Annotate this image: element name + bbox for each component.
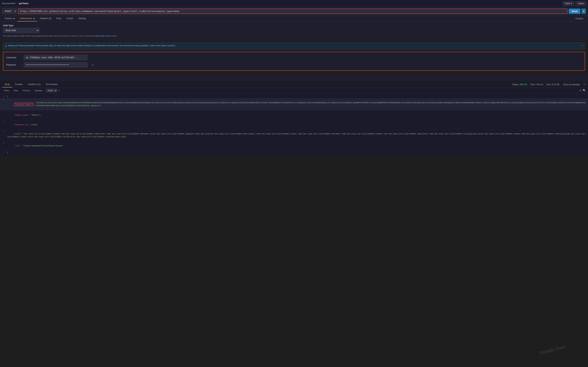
tab-headers[interactable]: Headers (9)	[37, 16, 54, 22]
cookies-button[interactable]: Cookies	[573, 16, 586, 21]
send-label: Send	[571, 10, 577, 13]
share-label: Share	[578, 2, 584, 5]
breadcrumb: DocumentInfo > getToken	[2, 2, 28, 5]
save-button[interactable]: Save ▾	[563, 1, 574, 6]
save-label: Save	[565, 2, 570, 5]
params-dot	[14, 18, 15, 19]
format-type-select[interactable]: JSON	[46, 89, 57, 92]
code-line-2: 2 "access_token": "eyJhbGciOiJSUzI1NiIsI…	[0, 98, 588, 110]
info-banner: ℹ Heads up! These parameters hold sensit…	[3, 42, 585, 50]
response-tabs-row: Body Cookies Headers (11) Test Results S…	[0, 82, 588, 88]
app-name: DocumentInfo	[2, 2, 16, 5]
access-token-key: "access_token"	[14, 103, 33, 106]
variables-link[interactable]: variables	[167, 44, 175, 47]
tab-settings[interactable]: Settings	[76, 16, 89, 22]
auth-dot	[34, 18, 35, 19]
save-arrow-icon: ▾	[571, 2, 572, 5]
send-dropdown-icon: ▾	[583, 10, 584, 13]
watermark: Partially Duan	[539, 344, 566, 356]
response-tab-headers[interactable]: Headers (11)	[25, 82, 43, 87]
code-area: 1 { 2 "access_token": "eyJhbGciOiJSUzI1N…	[0, 94, 588, 156]
status-value: 200 OK	[520, 83, 527, 86]
request-bar: POST Send ▾	[0, 7, 588, 16]
password-row: Password ⚠	[6, 62, 582, 67]
time-label: Time: 754 ms	[530, 83, 543, 86]
time-value: 754 ms	[536, 83, 543, 86]
info-icon: ℹ	[6, 45, 7, 48]
share-button[interactable]: Share	[576, 1, 586, 6]
code-line-6: 6 "jti": "37da3c7ae0e6487f91cbfab2e7420c…	[0, 141, 588, 151]
credentials-form: Username Password ⚠	[3, 52, 585, 71]
response-status: Status: 200 OK Time: 754 ms Size: 6.11 K…	[512, 83, 586, 86]
search-response-icon[interactable]: 🔍	[583, 89, 586, 92]
banner-text: Heads up! These parameters hold sensitiv…	[8, 44, 176, 47]
size-label: Size: 6.11 KB	[546, 83, 560, 86]
cookies-label: Cookies	[575, 17, 583, 20]
code-line-1: 1 {	[0, 95, 588, 98]
tab-params[interactable]: Params	[2, 16, 17, 22]
response-tab-cookies[interactable]: Cookies	[12, 82, 25, 87]
auth-section: Auth Type Basic Auth The authorization h…	[0, 22, 588, 40]
username-row: Username	[6, 55, 582, 60]
tab-authorization[interactable]: Authorization	[17, 16, 37, 22]
tab-body[interactable]: Body	[54, 16, 64, 22]
tab-scripts[interactable]: Scripts	[64, 16, 76, 22]
top-bar: DocumentInfo > getToken Save ▾ Share	[0, 0, 588, 7]
code-line-5: 5 "scope": "dox-xsaa-std-trial!b10844.sc…	[0, 130, 588, 141]
size-value: 6.11 KB	[552, 83, 560, 86]
copy-icon[interactable]: ⧉	[580, 89, 581, 92]
warning-icon: ⚠	[92, 63, 94, 66]
url-input[interactable]	[18, 8, 568, 14]
response-tab-test-results[interactable]: Test Results	[43, 82, 60, 87]
format-tab-pretty[interactable]: Pretty	[2, 89, 11, 92]
top-bar-actions: Save ▾ Share	[563, 1, 586, 6]
code-line-7: 7 }	[0, 151, 588, 154]
auth-type-select[interactable]: Basic Auth	[3, 28, 39, 33]
more-options-icon[interactable]: •••	[583, 83, 586, 86]
format-tabs: Pretty Raw Preview Visualize JSON ≡ ⧉ 🔍	[0, 88, 588, 94]
code-line-3: 3 "token_type": "bearer",	[0, 110, 588, 120]
format-menu-icon[interactable]: ≡	[58, 89, 60, 92]
auth-type-label: Auth Type	[3, 24, 585, 27]
username-label: Username	[6, 56, 21, 59]
access-token-value: "eyJhbGciOiJSUzI1NiIsImprdSI6Imh0dHBzOi8…	[35, 101, 586, 107]
send-dropdown-button[interactable]: ▾	[581, 8, 586, 14]
breadcrumb-separator: >	[17, 2, 18, 5]
send-button[interactable]: Send	[569, 8, 580, 14]
close-icon[interactable]: ×	[582, 44, 583, 47]
password-input[interactable]	[24, 62, 87, 67]
format-actions: ⧉ 🔍	[580, 89, 586, 92]
username-input[interactable]	[24, 55, 87, 60]
save-example-button[interactable]: Save as example	[562, 83, 580, 86]
save-example-label: Save as example	[563, 83, 580, 86]
format-tab-raw[interactable]: Raw	[12, 89, 20, 92]
response-tab-body[interactable]: Body	[2, 82, 12, 87]
format-tab-visualize[interactable]: Visualize	[33, 89, 44, 92]
tabs-row: Params Authorization Headers (9) Body Sc…	[0, 16, 588, 22]
page-title: getToken	[19, 2, 28, 5]
auth-info: The authorization header will be automat…	[3, 34, 585, 38]
format-tab-preview[interactable]: Preview	[21, 89, 32, 92]
status-label: Status: 200 OK	[512, 83, 527, 86]
code-line-4: 4 "expires_in": 43199,	[0, 120, 588, 130]
method-select[interactable]: POST	[2, 8, 17, 14]
password-label: Password	[6, 64, 21, 66]
basic-auth-link[interactable]: Basic Auth	[95, 35, 105, 37]
